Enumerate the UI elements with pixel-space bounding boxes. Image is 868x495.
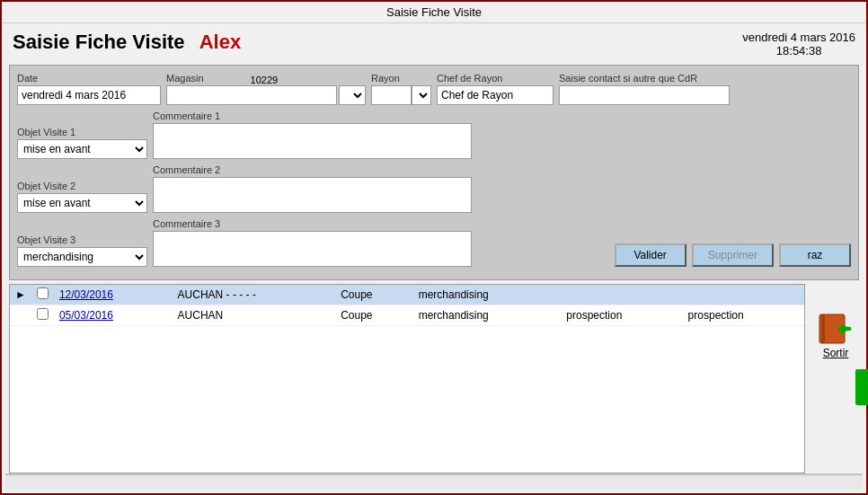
row-objet2: prospection — [561, 305, 682, 326]
data-table: ► 12/03/2016 AUCHAN - - - - - Coupe merc… — [10, 285, 804, 326]
window-title: Saisie Fiche Visite — [386, 5, 482, 19]
supprimer-button[interactable]: Supprimer — [692, 243, 774, 267]
header-time: 18:54:38 — [742, 44, 855, 57]
header-row: Saisie Fiche Visite Alex vendredi 4 mars… — [5, 27, 863, 61]
row-checkbox-cell — [31, 285, 54, 305]
sortir-label: Sortir — [823, 347, 849, 359]
objet1-select-row: mise en avant merchandising prospection … — [17, 139, 147, 159]
row-objet3: prospection — [683, 305, 804, 326]
commentaire3-input[interactable] — [153, 231, 472, 267]
chef-input[interactable] — [437, 85, 554, 105]
row-objet2 — [561, 285, 682, 305]
sortir-icon — [816, 311, 855, 347]
valider-button[interactable]: Valider — [615, 243, 686, 267]
magasin-label: Magasin — [166, 73, 204, 84]
commentaire2-label: Commentaire 2 — [153, 164, 472, 175]
date-group: Date — [17, 73, 161, 105]
date-input[interactable] — [17, 85, 161, 105]
form-row-4: Objet Visite 3 mise en avant merchandisi… — [17, 218, 851, 267]
magasin-input-row — [166, 85, 366, 105]
magasin-num: 10229 — [251, 75, 279, 85]
objet1-select[interactable]: mise en avant merchandising prospection … — [17, 139, 147, 159]
row-col3: Coupe — [335, 285, 413, 305]
magasin-select[interactable] — [339, 85, 366, 105]
right-panel: Sortir — [809, 284, 863, 473]
content-area: Saisie Fiche Visite Alex vendredi 4 mars… — [2, 23, 866, 493]
row-objet1: merchandising — [413, 285, 562, 305]
data-table-section: ► 12/03/2016 AUCHAN - - - - - Coupe merc… — [9, 284, 805, 473]
buttons-area: Valider Supprimer raz — [615, 243, 851, 267]
contact-group: Saisie contact si autre que CdR — [559, 73, 730, 105]
objet2-label: Objet Visite 2 — [17, 181, 147, 191]
form-row-3: Objet Visite 2 mise en avant merchandisi… — [17, 164, 851, 213]
app-title: Saisie Fiche Visite — [13, 31, 185, 53]
contact-input[interactable] — [559, 85, 730, 105]
svg-rect-1 — [821, 314, 825, 343]
raz-button[interactable]: raz — [779, 243, 851, 267]
rayon-input-row — [371, 85, 431, 105]
row-checkbox[interactable] — [37, 308, 49, 320]
row-checkbox-cell — [31, 305, 54, 326]
commentaire2-group: Commentaire 2 — [153, 164, 472, 213]
commentaire3-label: Commentaire 3 — [153, 218, 472, 229]
date-link[interactable]: 05/03/2016 — [59, 309, 113, 322]
header-left: Saisie Fiche Visite Alex — [13, 31, 241, 54]
objet3-group: Objet Visite 3 mise en avant merchandisi… — [17, 234, 147, 267]
row-arrow — [10, 305, 31, 326]
row-col3: Coupe — [335, 305, 413, 326]
row-date[interactable]: 12/03/2016 — [54, 285, 173, 305]
objet2-select-row: mise en avant merchandising prospection … — [17, 193, 147, 213]
commentaire1-label: Commentaire 1 — [153, 110, 472, 121]
table-row[interactable]: ► 12/03/2016 AUCHAN - - - - - Coupe merc… — [10, 285, 804, 305]
magasin-input[interactable] — [166, 85, 337, 105]
contact-label: Saisie contact si autre que CdR — [559, 73, 730, 84]
commentaire1-input[interactable] — [153, 123, 472, 159]
chef-group: Chef de Rayon — [437, 73, 554, 105]
title-bar: Saisie Fiche Visite — [2, 2, 866, 23]
main-window: Saisie Fiche Visite Saisie Fiche Visite … — [0, 0, 868, 495]
commentaire1-group: Commentaire 1 — [153, 110, 472, 159]
svg-rect-3 — [838, 327, 851, 331]
rayon-label: Rayon — [371, 73, 431, 84]
row-magasin: AUCHAN — [173, 305, 336, 326]
row-date[interactable]: 05/03/2016 — [54, 305, 173, 326]
objet1-label: Objet Visite 1 — [17, 127, 147, 137]
bottom-area: ► 12/03/2016 AUCHAN - - - - - Coupe merc… — [5, 284, 863, 473]
form-panel: Date Magasin 10229 Rayon — [9, 65, 859, 280]
objet3-select[interactable]: mise en avant merchandising prospection … — [17, 247, 147, 267]
objet3-select-row: mise en avant merchandising prospection … — [17, 247, 147, 267]
sortir-book-icon — [816, 311, 855, 347]
objet1-group: Objet Visite 1 mise en avant merchandisi… — [17, 127, 147, 159]
scrollbar[interactable] — [5, 474, 863, 490]
row-arrow: ► — [10, 285, 31, 305]
row-objet1: merchandising — [413, 305, 562, 326]
commentaire2-input[interactable] — [153, 177, 472, 213]
header-right: vendredi 4 mars 2016 18:54:38 — [742, 31, 855, 57]
chef-label: Chef de Rayon — [437, 73, 554, 84]
objet3-label: Objet Visite 3 — [17, 234, 147, 245]
sortir-area[interactable]: Sortir — [816, 311, 855, 359]
form-row-2: Objet Visite 1 mise en avant merchandisi… — [17, 110, 851, 159]
user-name: Alex — [199, 31, 241, 53]
header-date: vendredi 4 mars 2016 — [742, 31, 855, 44]
magasin-label-row: Magasin 10229 — [166, 73, 366, 85]
objet2-select[interactable]: mise en avant merchandising prospection … — [17, 193, 147, 213]
date-link[interactable]: 12/03/2016 — [59, 288, 113, 301]
date-label: Date — [17, 73, 161, 84]
rayon-input[interactable] — [371, 85, 412, 105]
rayon-group: Rayon — [371, 73, 431, 105]
table-row[interactable]: 05/03/2016 AUCHAN Coupe merchandising pr… — [10, 305, 804, 326]
bottom-bar — [5, 473, 863, 490]
green-tab[interactable] — [855, 369, 868, 405]
commentaire3-group: Commentaire 3 — [153, 218, 472, 267]
form-row-1: Date Magasin 10229 Rayon — [17, 73, 851, 105]
objet2-group: Objet Visite 2 mise en avant merchandisi… — [17, 181, 147, 213]
row-checkbox[interactable] — [37, 287, 49, 299]
row-objet3 — [683, 285, 804, 305]
magasin-group: Magasin 10229 — [166, 73, 366, 105]
row-magasin: AUCHAN - - - - - — [173, 285, 336, 305]
rayon-select[interactable] — [412, 85, 431, 105]
